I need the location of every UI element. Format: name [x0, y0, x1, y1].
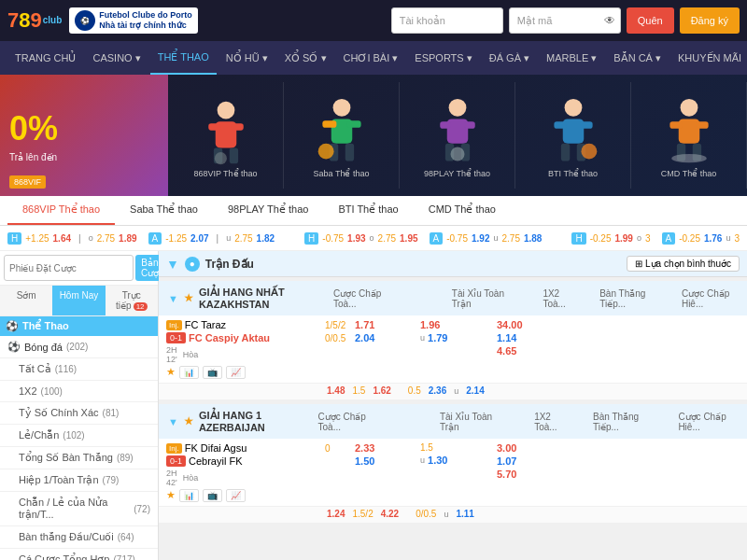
svg-point-6: [214, 152, 226, 164]
toan-az-val1[interactable]: 3.00: [497, 442, 562, 454]
odds-val-o3: 3: [645, 233, 651, 244]
extra-az-val1[interactable]: 1.24: [327, 509, 345, 519]
logo-nine: 9: [31, 8, 42, 33]
stats-btn[interactable]: 📊: [179, 366, 199, 379]
toan-val3[interactable]: 4.65: [497, 345, 562, 357]
svg-rect-31: [696, 121, 708, 129]
svg-rect-3: [231, 123, 243, 131]
site-logo[interactable]: 789 club: [7, 8, 62, 33]
tv-btn-az[interactable]: 📺: [203, 489, 222, 502]
sidebar-item-chanle[interactable]: Chẵn / Lẻ của Nửa trận/T... (72): [0, 492, 158, 526]
toan-val2[interactable]: 1.14: [497, 332, 562, 343]
taixiu-val1[interactable]: 1.96: [420, 319, 440, 330]
provider-bti-name: BTI Thể thao: [548, 169, 598, 178]
sidebar-item-tongso[interactable]: Tổng Số Bàn Thắng (89): [0, 447, 158, 469]
extra-val7[interactable]: 2.14: [466, 385, 484, 396]
tab-saba[interactable]: Saba Thể thao: [115, 196, 213, 225]
chart-btn-az[interactable]: 📈: [226, 489, 246, 502]
extra-val3[interactable]: 1.62: [373, 385, 390, 396]
content-area: ▼ ● Trận Đấu ⊞ Lựa chọn bình thuớc ▼ ★ G…: [159, 251, 747, 560]
sidebar-tab-homnay[interactable]: Hôm Nay: [52, 286, 105, 315]
handicap-az-row1: 0 2.33: [325, 442, 418, 454]
sidebar-item-bongda[interactable]: ⚽ Bóng đá (202): [0, 336, 158, 358]
nav-trangchu[interactable]: TRANG CHỦ: [7, 41, 83, 75]
chanle-count: (72): [134, 504, 150, 514]
col-cuoc-az: Cược Chấp Toà...: [318, 412, 378, 432]
odds-label-h1: H: [7, 232, 21, 245]
toan-val1[interactable]: 34.00: [497, 319, 562, 330]
provider-cmd[interactable]: CMD Thể thao: [631, 82, 747, 189]
sidebar-item-tatca[interactable]: Tất Cả (116): [0, 358, 158, 381]
column-select-btn[interactable]: ⊞ Lựa chọn bình thuớc: [627, 256, 740, 272]
sidebar-tab-som[interactable]: Sớm: [0, 286, 52, 315]
nav-daga[interactable]: ĐÁ GÀ ▾: [482, 41, 537, 75]
porto-sponsor[interactable]: ⚽ Futebol Clube do Porto Nhà tài trợ chí…: [69, 7, 198, 34]
chanle-label: Chẵn / Lẻ của Nửa trận/T...: [19, 497, 130, 521]
taixiu-az-val2[interactable]: 1.30: [428, 455, 447, 466]
provider-98play[interactable]: 98PLAY Thể thao: [400, 82, 515, 189]
league-az-name: GIẢI HANG 1 AZERBAIJAN: [199, 410, 307, 433]
sidebar-item-tyso[interactable]: Tỷ Số Chính Xác (81): [0, 402, 158, 425]
odds-val-u2: 2.75: [501, 233, 519, 244]
chevron-down-icon-2[interactable]: ▼: [168, 416, 178, 427]
odds-az-h2[interactable]: 1.50: [355, 455, 374, 467]
1x2-count: (100): [41, 386, 63, 397]
toan-az-val2[interactable]: 1.07: [497, 455, 562, 467]
inj-badge-az: Inj.: [166, 443, 182, 454]
collapse-icon[interactable]: ▼: [166, 257, 179, 272]
tab-98play[interactable]: 98PLAY Thể thao: [213, 196, 324, 225]
sidebar-item-banthang[interactable]: Bàn thắng Đầu/Cuối (64): [0, 526, 158, 549]
extra-val1[interactable]: 1.48: [327, 385, 345, 396]
tab-cmd[interactable]: CMD Thể thao: [414, 196, 511, 225]
team1-row: Inj. FC Taraz: [166, 319, 325, 330]
nav-nohu[interactable]: NỔ HŨ ▾: [218, 41, 275, 75]
provider-cmd-figure: [656, 92, 722, 167]
odds-num1: 1.64: [53, 233, 71, 244]
handicap-row1: 1/5/2 1.71: [325, 319, 418, 330]
sidebar-item-cacuoc[interactable]: Cá Cược Tổng Hợp (717): [0, 549, 158, 560]
nav-thethao[interactable]: THỂ THAO: [150, 41, 217, 75]
extra-az-val3[interactable]: 4.22: [381, 509, 399, 519]
provider-868vip[interactable]: 868VIP Thể thao: [168, 82, 284, 189]
star-icon-2[interactable]: ★: [184, 415, 193, 427]
nav-khuyenmai[interactable]: KHUYẾN MÃI: [670, 41, 747, 75]
stats-btn-az[interactable]: 📊: [179, 489, 199, 502]
extra-val5[interactable]: 2.36: [429, 385, 446, 396]
banthang-label: Bàn thắng Đầu/Cuối: [19, 531, 114, 543]
register-button[interactable]: Đăng ký: [680, 7, 740, 34]
nav-esports[interactable]: ESPORTS ▾: [407, 41, 479, 75]
taixiu-val2[interactable]: 1.79: [428, 332, 447, 343]
nav-xoso[interactable]: XỔ SỐ ▾: [277, 41, 334, 75]
star-match-az-icon[interactable]: ★: [166, 489, 176, 502]
1x2-label: 1X2: [19, 385, 37, 397]
provider-bti[interactable]: BTI Thể thao: [515, 82, 631, 189]
star-match-icon[interactable]: ★: [166, 366, 176, 379]
tab-868vip[interactable]: 868VIP Thể thao: [7, 196, 115, 225]
provider-868vip-name: 868VIP Thể thao: [193, 169, 257, 178]
tv-btn[interactable]: 📺: [203, 366, 222, 379]
sidebar-item-lechan[interactable]: Lẻ/Chẵn (102): [0, 425, 158, 447]
toan-az-val3[interactable]: 5.70: [497, 469, 562, 480]
provider-saba[interactable]: Saba Thể thao: [284, 82, 400, 189]
nav-marble[interactable]: MARBLE ▾: [539, 41, 604, 75]
chevron-down-icon[interactable]: ▼: [168, 293, 178, 304]
nav-casino[interactable]: CASINO ▾: [85, 41, 148, 75]
odds-az-h1[interactable]: 2.33: [355, 442, 374, 454]
chart-btn[interactable]: 📈: [226, 366, 246, 379]
lechan-label: Lẻ/Chẵn: [19, 429, 59, 441]
extra-az-val6[interactable]: 1.11: [456, 509, 473, 519]
sidebar-tab-live[interactable]: Trực tiếp12: [106, 286, 158, 315]
nav-banca[interactable]: BẮN CÁ ▾: [606, 41, 669, 75]
bet-search-input[interactable]: [4, 255, 134, 281]
sport-providers: 868VIP Thể thao Saba Thể thao: [168, 82, 747, 189]
account-input[interactable]: [391, 7, 503, 34]
tab-bti[interactable]: BTI Thể thao: [323, 196, 413, 225]
sidebar-item-1x2[interactable]: 1X2 (100): [0, 381, 158, 402]
login-button[interactable]: Quên: [627, 7, 674, 34]
odds-h1[interactable]: 1.71: [355, 319, 374, 330]
odds-h2[interactable]: 2.04: [355, 332, 374, 343]
star-icon[interactable]: ★: [184, 292, 193, 304]
nav-choibai[interactable]: CHƠI BÀI ▾: [336, 41, 406, 75]
sidebar-item-hiep1[interactable]: Hiệp 1/Toàn Trận (79): [0, 469, 158, 492]
odds-label-a1: A: [148, 232, 162, 245]
